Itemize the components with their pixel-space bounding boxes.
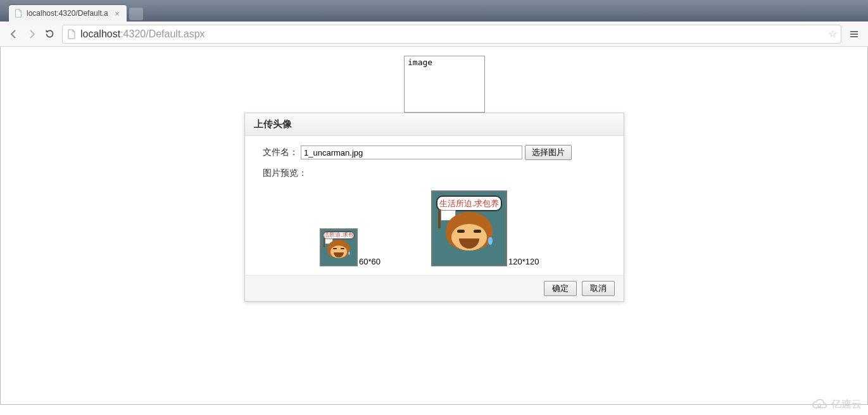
browser-menu-button[interactable] [845, 25, 863, 43]
tab-title: localhost:4320/Default.a [27, 9, 113, 18]
dialog-title: 上传头像 [245, 113, 624, 136]
bookmark-star-icon[interactable]: ☆ [828, 28, 837, 40]
forward-button[interactable] [23, 25, 41, 43]
image-placeholder: image [404, 56, 485, 113]
watermark-text: 亿速云 [831, 398, 862, 411]
reload-icon [44, 28, 55, 39]
arrow-left-icon [9, 29, 19, 39]
dimension-label-small: 60*60 [359, 257, 381, 266]
back-button[interactable] [5, 25, 23, 43]
page-viewport: image 上传头像 文件名： 选择图片 图片预览： 生活所迫.求包养 [0, 47, 868, 405]
arrow-right-icon [27, 29, 37, 39]
browser-tab-strip: localhost:4320/Default.a × [0, 0, 868, 22]
cloud-icon [811, 399, 829, 411]
upload-avatar-dialog: 上传头像 文件名： 选择图片 图片预览： 生活所迫.求包养 60*60 [244, 113, 624, 302]
filename-label: 文件名： [263, 147, 301, 158]
url-path: :4320/Default.aspx [120, 28, 204, 40]
confirm-button[interactable]: 确定 [544, 281, 577, 296]
hamburger-icon [849, 29, 859, 39]
page-icon [14, 9, 23, 18]
cancel-button[interactable]: 取消 [582, 281, 615, 296]
choose-image-button[interactable]: 选择图片 [525, 145, 572, 160]
image-alt-text: image [408, 58, 432, 67]
preview-thumbnail-small: 生活所迫.求包养 [320, 228, 358, 266]
dimension-label-large: 120*120 [508, 257, 539, 266]
reload-button[interactable] [41, 25, 58, 43]
preview-thumbnail-large: 生活所迫.求包养 [431, 190, 507, 266]
browser-toolbar: localhost:4320/Default.aspx ☆ [0, 22, 868, 47]
tab-close-icon[interactable]: × [113, 9, 122, 18]
preview-label: 图片预览： [263, 168, 307, 179]
watermark: 亿速云 [811, 398, 862, 411]
svg-point-0 [818, 404, 821, 406]
browser-tab-active[interactable]: localhost:4320/Default.a × [9, 5, 127, 22]
address-bar[interactable]: localhost:4320/Default.aspx ☆ [62, 25, 841, 44]
filename-input[interactable] [301, 146, 522, 159]
url-host: localhost [80, 28, 120, 40]
page-icon [66, 29, 77, 39]
new-tab-button[interactable] [129, 8, 143, 20]
